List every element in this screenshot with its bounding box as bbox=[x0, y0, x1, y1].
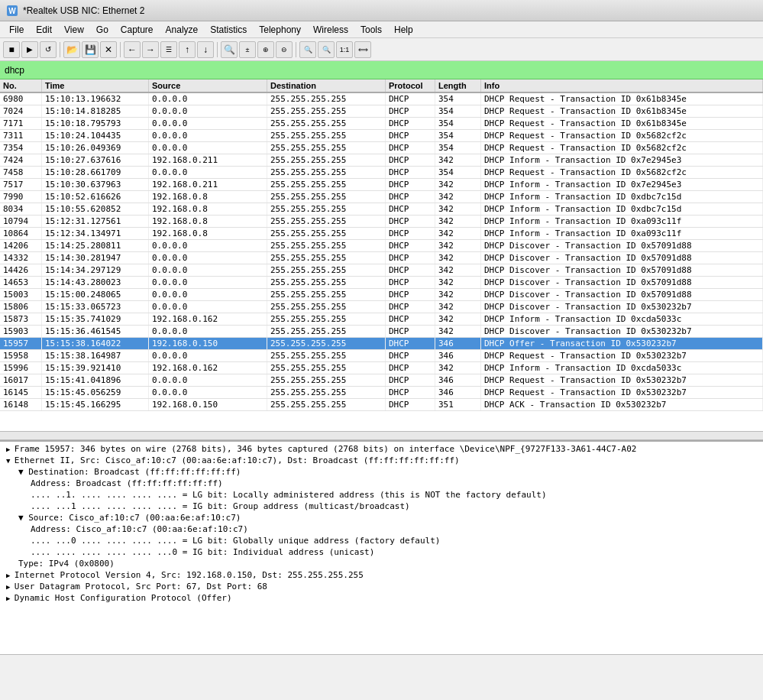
cell-no: 14206 bbox=[0, 240, 42, 251]
cell-src: 192.168.0.8 bbox=[149, 191, 267, 203]
save-btn[interactable]: 💾 bbox=[82, 41, 99, 58]
detail-line[interactable]: .... ...0 .... .... .... .... = LG bit: … bbox=[0, 535, 763, 546]
cell-dst: 255.255.255.255 bbox=[267, 289, 386, 300]
menu-item-statistics[interactable]: Statistics bbox=[204, 23, 253, 37]
table-row[interactable]: 1465315:14:43.2800230.0.0.0255.255.255.2… bbox=[0, 277, 763, 289]
detail-line[interactable]: Internet Protocol Version 4, Src: 192.16… bbox=[0, 569, 763, 581]
menu-item-telephony[interactable]: Telephony bbox=[253, 23, 307, 37]
detail-line[interactable]: Dynamic Host Configuration Protocol (Off… bbox=[0, 592, 763, 604]
column-header: No. Time Source Destination Protocol Len… bbox=[0, 79, 763, 93]
cell-len: 342 bbox=[435, 289, 481, 300]
table-row[interactable]: 803415:10:55.620852192.168.0.8255.255.25… bbox=[0, 203, 763, 216]
close-btn[interactable]: ✕ bbox=[100, 41, 117, 58]
table-row[interactable]: 1433215:14:30.2819470.0.0.0255.255.255.2… bbox=[0, 252, 763, 264]
menu-item-capture[interactable]: Capture bbox=[115, 23, 160, 37]
table-row[interactable]: 702415:10:14.8182850.0.0.0255.255.255.25… bbox=[0, 105, 763, 118]
zoom-100-btn[interactable]: 1:1 bbox=[336, 41, 353, 58]
table-row[interactable]: 1079415:12:31.127561192.168.0.8255.255.2… bbox=[0, 216, 763, 228]
detail-line[interactable]: User Datagram Protocol, Src Port: 67, Ds… bbox=[0, 581, 763, 592]
menu-item-analyze[interactable]: Analyze bbox=[160, 23, 205, 37]
cell-src: 192.168.0.150 bbox=[149, 399, 267, 410]
table-row[interactable]: 1587315:15:35.741029192.168.0.162255.255… bbox=[0, 313, 763, 326]
cell-src: 192.168.0.162 bbox=[149, 362, 267, 374]
up-btn[interactable]: ↑ bbox=[179, 41, 196, 58]
cell-time: 15:15:35.741029 bbox=[42, 313, 149, 325]
menu-item-wireless[interactable]: Wireless bbox=[307, 23, 354, 37]
table-row[interactable]: 735415:10:26.0493690.0.0.0255.255.255.25… bbox=[0, 142, 763, 154]
cell-len: 342 bbox=[435, 179, 481, 190]
h-scrollbar[interactable] bbox=[0, 431, 763, 440]
table-row[interactable]: 1595715:15:38.164022192.168.0.150255.255… bbox=[0, 338, 763, 350]
table-row[interactable]: 1086415:12:34.134971192.168.0.8255.255.2… bbox=[0, 228, 763, 240]
table-row[interactable]: 731115:10:24.1044350.0.0.0255.255.255.25… bbox=[0, 130, 763, 142]
autoscroll-btn[interactable]: ⊖ bbox=[276, 41, 293, 58]
menu-item-view[interactable]: View bbox=[58, 23, 90, 37]
table-row[interactable]: 1601715:15:41.0418960.0.0.0255.255.255.2… bbox=[0, 374, 763, 387]
table-row[interactable]: 1599615:15:39.921410192.168.0.162255.255… bbox=[0, 362, 763, 374]
detail-line[interactable]: Type: IPv4 (0x0800) bbox=[0, 558, 763, 569]
menu-item-tools[interactable]: Tools bbox=[354, 23, 388, 37]
sep4 bbox=[296, 42, 296, 57]
table-row[interactable]: 1500315:15:00.2480650.0.0.0255.255.255.2… bbox=[0, 289, 763, 301]
cell-proto: DHCP bbox=[386, 167, 435, 178]
resize-btn[interactable]: ⟺ bbox=[354, 41, 371, 58]
table-row[interactable]: 1580615:15:33.0657230.0.0.0255.255.255.2… bbox=[0, 301, 763, 313]
detail-line[interactable]: Ethernet II, Src: Cisco_af:10:c7 (00:aa:… bbox=[0, 455, 763, 466]
table-row[interactable]: 717115:10:18.7957930.0.0.0255.255.255.25… bbox=[0, 118, 763, 130]
detail-pane[interactable]: Frame 15957: 346 bytes on wire (2768 bit… bbox=[0, 440, 763, 654]
table-row[interactable]: 799015:10:52.616626192.168.0.8255.255.25… bbox=[0, 191, 763, 203]
menu-item-help[interactable]: Help bbox=[388, 23, 419, 37]
restart-btn[interactable]: ↺ bbox=[40, 41, 57, 58]
table-row[interactable]: 1614815:15:45.166295192.168.0.150255.255… bbox=[0, 399, 763, 411]
menu-item-go[interactable]: Go bbox=[90, 23, 115, 37]
table-row[interactable]: 1442615:14:34.2971290.0.0.0255.255.255.2… bbox=[0, 264, 763, 277]
detail-line[interactable]: .... ..1. .... .... .... .... = LG bit: … bbox=[0, 489, 763, 501]
zoom-in-btn[interactable]: 🔍 bbox=[299, 41, 316, 58]
table-row[interactable]: 745815:10:28.6617090.0.0.0255.255.255.25… bbox=[0, 167, 763, 179]
cell-proto: DHCP bbox=[386, 387, 435, 398]
goto-btn[interactable]: ☰ bbox=[160, 41, 177, 58]
stop-btn[interactable]: ■ bbox=[3, 41, 20, 58]
table-row[interactable]: 751715:10:30.637963192.168.0.211255.255.… bbox=[0, 179, 763, 191]
cell-time: 15:12:34.134971 bbox=[42, 228, 149, 239]
cell-len: 342 bbox=[435, 301, 481, 313]
cell-src: 192.168.0.211 bbox=[149, 179, 267, 190]
table-row[interactable]: 1595815:15:38.1649870.0.0.0255.255.255.2… bbox=[0, 350, 763, 362]
cell-no: 15873 bbox=[0, 313, 42, 325]
detail-line[interactable]: Address: Broadcast (ff:ff:ff:ff:ff:ff) bbox=[0, 478, 763, 489]
cell-src: 0.0.0.0 bbox=[149, 93, 267, 105]
cell-len: 346 bbox=[435, 350, 481, 361]
table-row[interactable]: 1590315:15:36.4615450.0.0.0255.255.255.2… bbox=[0, 326, 763, 338]
cell-info: DHCP Inform - Transaction ID 0x7e2945e3 bbox=[481, 179, 763, 190]
table-row[interactable]: 742415:10:27.637616192.168.0.211255.255.… bbox=[0, 154, 763, 167]
start-btn[interactable]: ▶ bbox=[21, 41, 38, 58]
cell-len: 342 bbox=[435, 154, 481, 166]
cell-len: 342 bbox=[435, 252, 481, 264]
detail-line[interactable]: Address: Cisco_af:10:c7 (00:aa:6e:af:10:… bbox=[0, 523, 763, 535]
colorize-btn[interactable]: ⊕ bbox=[257, 41, 274, 58]
back-btn[interactable]: ← bbox=[124, 41, 141, 58]
table-row[interactable]: 1420615:14:25.2808110.0.0.0255.255.255.2… bbox=[0, 240, 763, 252]
packet-list[interactable]: No. Time Source Destination Protocol Len… bbox=[0, 79, 763, 431]
down-btn[interactable]: ↓ bbox=[197, 41, 214, 58]
table-row[interactable]: 1614515:15:45.0562590.0.0.0255.255.255.2… bbox=[0, 387, 763, 399]
detail-line[interactable]: ▼ Destination: Broadcast (ff:ff:ff:ff:ff… bbox=[0, 466, 763, 478]
table-row[interactable]: 698015:10:13.1966320.0.0.0255.255.255.25… bbox=[0, 93, 763, 105]
cell-info: DHCP Request - Transaction ID 0x5682cf2c bbox=[481, 167, 763, 178]
fwd-btn[interactable]: → bbox=[142, 41, 159, 58]
detail-line[interactable]: .... ...1 .... .... .... .... = IG bit: … bbox=[0, 501, 763, 512]
detail-line[interactable]: Frame 15957: 346 bytes on wire (2768 bit… bbox=[0, 443, 763, 455]
detail-line[interactable]: .... .... .... .... .... ...0 = IG bit: … bbox=[0, 546, 763, 558]
detail-line[interactable]: ▼ Source: Cisco_af:10:c7 (00:aa:6e:af:10… bbox=[0, 512, 763, 523]
filter-btn[interactable]: ± bbox=[239, 41, 256, 58]
filter-input[interactable] bbox=[5, 65, 157, 76]
cell-src: 0.0.0.0 bbox=[149, 350, 267, 361]
cell-proto: DHCP bbox=[386, 350, 435, 361]
cell-len: 342 bbox=[435, 191, 481, 203]
menu-item-file[interactable]: File bbox=[3, 23, 30, 37]
open-btn[interactable]: 📂 bbox=[63, 41, 80, 58]
cell-info: DHCP Discover - Transaction ID 0x57091d8… bbox=[481, 277, 763, 288]
menu-item-edit[interactable]: Edit bbox=[30, 23, 58, 37]
find-btn[interactable]: 🔍 bbox=[221, 41, 238, 58]
zoom-out-btn[interactable]: 🔍 bbox=[318, 41, 335, 58]
